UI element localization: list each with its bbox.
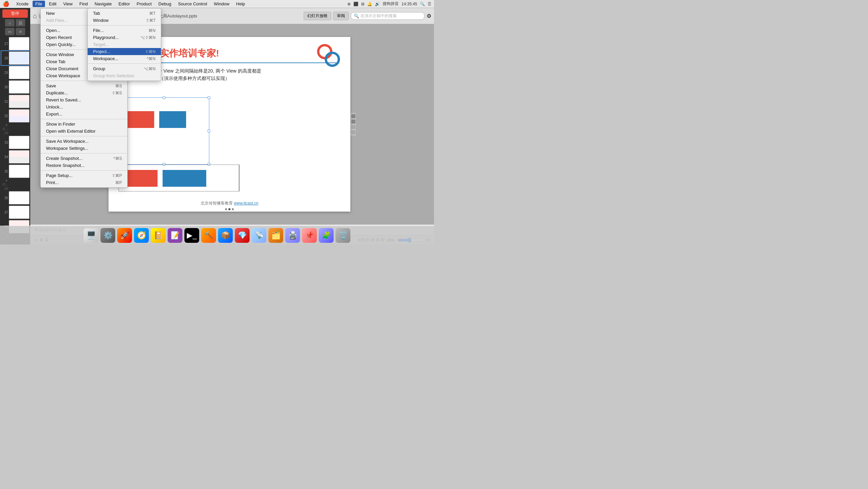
dock-xcode[interactable]: 📦 [218, 228, 233, 243]
list-item[interactable]: 36 [1, 191, 29, 205]
list-item[interactable]: 31 [1, 94, 29, 109]
slideshow-button[interactable]: 幻灯片放映 [304, 12, 331, 20]
record-icon[interactable]: ⬛ [353, 2, 359, 6]
slide-dots [225, 208, 234, 210]
new-group[interactable]: Group ⌥⌘N [88, 65, 161, 72]
menu-item-duplicate[interactable]: Duplicate... ⇧⌘S [41, 89, 127, 96]
menu-icon[interactable]: ☰ [428, 2, 431, 6]
menu-item-export[interactable]: Export... [41, 111, 127, 118]
list-item[interactable]: 28 [1, 51, 29, 65]
group-shortcut: ⌥⌘N [144, 66, 156, 71]
group-from-selection[interactable]: Group from Selection [88, 72, 161, 79]
menubar-navigate[interactable]: Navigate [92, 1, 114, 7]
stop-button[interactable]: 暂停 [2, 9, 28, 18]
project-label: Project... [93, 49, 137, 54]
menubar-window[interactable]: Window [211, 1, 232, 7]
new-playground[interactable]: Playground... ⌥⇧⌘N [88, 34, 161, 41]
input-method[interactable]: 搜狗拼音 [382, 1, 399, 7]
extend-icon[interactable]: ⊕ [347, 2, 351, 6]
new-project[interactable]: Project... ⇧⌘N [88, 48, 161, 55]
settings-icon[interactable]: ⚙ [427, 13, 431, 19]
icon-btn-1[interactable]: ⌂ [5, 19, 14, 27]
dock-safari[interactable]: 🧭 [134, 228, 149, 243]
menubar-edit[interactable]: Edit [46, 1, 59, 7]
list-item[interactable]: 35 [1, 164, 29, 178]
menu-item-create-snapshot[interactable]: Create Snapshot... ^⌘S [41, 155, 127, 162]
dock-notes[interactable]: 📔 [151, 228, 165, 243]
list-item[interactable]: 29 [1, 65, 29, 80]
list-item[interactable]: 34 [1, 150, 29, 164]
list-item[interactable]: 37 [1, 205, 29, 219]
search-icon[interactable]: 🔍 [420, 2, 425, 6]
rect-blue-large [163, 170, 206, 187]
view-btn-1[interactable]: ▭ [5, 28, 14, 35]
menu-item-unlock[interactable]: Unlock... [41, 103, 127, 111]
list-item[interactable]: 32 [1, 109, 29, 123]
menubar-product[interactable]: Product [134, 1, 155, 7]
handle-tm[interactable] [163, 96, 165, 99]
dock-instruments[interactable]: 🔨 [201, 228, 216, 243]
dock-settings[interactable]: ⚙️ [100, 228, 115, 243]
menubar-help[interactable]: Help [234, 1, 248, 7]
menu-item-save-as-workspace[interactable]: Save As Workspace... [41, 138, 127, 145]
dock-onenote[interactable]: 📝 [167, 228, 182, 243]
dock-app3[interactable]: 🧩 [319, 228, 334, 243]
dock-app2[interactable]: 📌 [302, 228, 317, 243]
dock-app1[interactable]: 🖨️ [285, 228, 300, 243]
list-item[interactable]: 30 [1, 80, 29, 94]
volume-icon[interactable]: 🔊 [375, 2, 380, 6]
list-item[interactable]: 27 [1, 37, 29, 51]
menu-item-external-editor[interactable]: Open with External Editor [41, 128, 127, 135]
workspace-label: Workspace... [93, 56, 139, 61]
new-target[interactable]: Target... [88, 41, 161, 48]
menubar-debug[interactable]: Debug [156, 1, 174, 7]
handle-tr[interactable] [208, 96, 210, 99]
view-btn-2[interactable]: ≡ [16, 28, 25, 35]
new-tab[interactable]: Tab ⌘T [88, 10, 161, 17]
slide-panel: 暂停 ⌂ 設 ▭ ≡ 27 28 29 30 [0, 8, 30, 245]
menubar-file[interactable]: File [33, 1, 45, 7]
menu-item-page-setup[interactable]: Page Setup... ⇧⌘P [41, 172, 127, 179]
grid-icon[interactable]: ⊞ [361, 2, 365, 6]
slide-footer: 北京传智播客教育 www.itcast.cn [108, 201, 350, 206]
input-icon[interactable]: 🔔 [367, 2, 372, 6]
panel-scroll-down[interactable] [351, 130, 355, 134]
menu-item-workspace-settings[interactable]: Workspace Settings... [41, 145, 127, 152]
menu-item-restore-snapshot[interactable]: Restore Snapshot... [41, 162, 127, 169]
dock-photos[interactable]: 📡 [252, 228, 267, 243]
dock-terminal[interactable]: ▶_ [184, 228, 199, 243]
menubar-xcode[interactable]: Xcode [13, 1, 31, 7]
dock-powerpoint[interactable]: 💎 [235, 228, 250, 243]
search-box[interactable]: 🔍 在演示文稿中的搜索 [351, 12, 425, 20]
list-item[interactable]: ▼ 代...(3) [1, 179, 29, 190]
new-file[interactable]: File... ⌘N [88, 27, 161, 34]
icon-btn-2[interactable]: 設 [16, 19, 25, 27]
apple-menu[interactable]: 🍎 [3, 1, 9, 7]
show-finder-label: Show in Finder [46, 122, 122, 127]
home-icon[interactable]: ⌂ [33, 12, 37, 20]
dock-trash[interactable]: 🗑️ [336, 228, 350, 243]
menubar-sourcecontrol[interactable]: Source Control [175, 1, 210, 7]
menu-item-show-finder[interactable]: Show in Finder [41, 121, 127, 128]
svg-point-0 [318, 45, 331, 58]
new-workspace[interactable]: Workspace... ^⌘N [88, 55, 161, 62]
menu-section-workspace: Save As Workspace... Workspace Settings.… [41, 136, 127, 153]
new-window[interactable]: Window ⇧⌘T [88, 17, 161, 24]
dock-launchpad[interactable]: 🚀 [117, 228, 132, 243]
menu-item-save[interactable]: Save ⌘S [41, 82, 127, 89]
group-selection-label: Group from Selection [93, 73, 156, 78]
menubar-view[interactable]: View [60, 1, 75, 7]
dock-finder[interactable]: 🖥️ [84, 228, 98, 243]
menu-item-revert[interactable]: Revert to Saved... [41, 96, 127, 103]
dock-filezilla[interactable]: 🗂️ [269, 228, 283, 243]
list-item[interactable]: 33 [1, 135, 29, 149]
menubar-find[interactable]: Find [76, 1, 90, 7]
review-button[interactable]: 审阅 [333, 12, 349, 20]
menubar-editor[interactable]: Editor [116, 1, 133, 7]
panel-scroll-up[interactable] [351, 125, 355, 129]
page-setup-shortcut: ⇧⌘P [112, 173, 122, 178]
new-submenu[interactable]: Tab ⌘T Window ⇧⌘T File... ⌘N Playground.… [87, 8, 161, 81]
handle-mr[interactable] [208, 130, 210, 132]
menu-item-print[interactable]: Print... ⌘P [41, 179, 127, 186]
list-item[interactable]: ▼ 沢...(3) [1, 123, 29, 135]
